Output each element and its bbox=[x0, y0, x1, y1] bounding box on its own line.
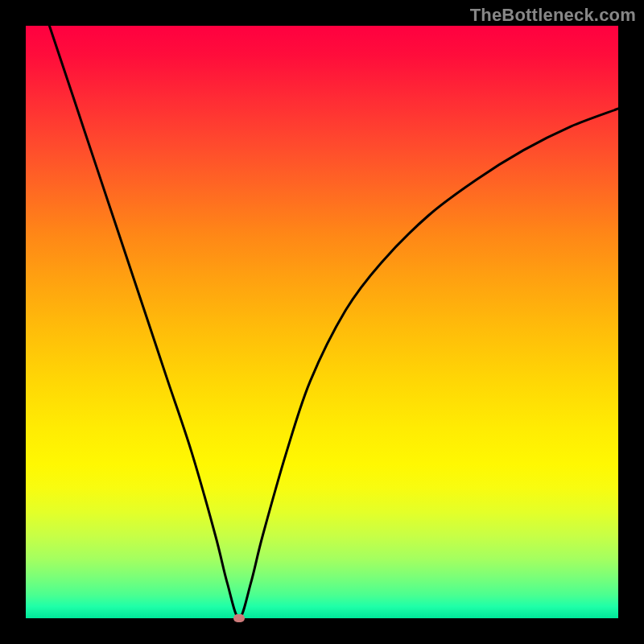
chart-container: TheBottleneck.com bbox=[0, 0, 644, 644]
watermark-text: TheBottleneck.com bbox=[470, 5, 636, 26]
curve-svg bbox=[26, 26, 618, 618]
optimal-point-marker bbox=[233, 614, 245, 622]
plot-area bbox=[26, 26, 618, 618]
bottleneck-curve bbox=[49, 26, 618, 618]
